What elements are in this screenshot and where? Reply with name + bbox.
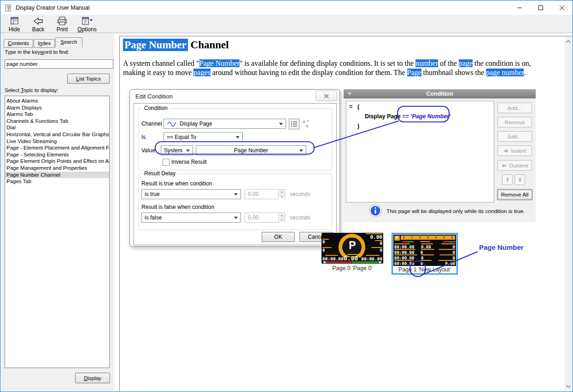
status-bar	[443, 241, 455, 242]
topic-item[interactable]: Pages Tab	[5, 178, 109, 185]
result-true-seconds-spinner[interactable]: 0.00	[245, 189, 285, 199]
topic-item[interactable]: Live Video Streaming	[5, 138, 109, 145]
info-icon	[369, 204, 382, 219]
is-label: Is	[141, 132, 146, 142]
close-button[interactable]	[551, 0, 573, 15]
result-false-dropdown[interactable]: is false	[141, 213, 241, 223]
condition-panel-title: Condition	[426, 91, 453, 97]
outdent-button[interactable]: Outdent	[497, 160, 532, 171]
indent-arrow-icon	[503, 149, 509, 153]
tab-contents[interactable]: Contents	[4, 39, 33, 48]
is-dropdown[interactable]: == Equal To	[164, 132, 243, 142]
chevron-down-icon	[234, 193, 238, 196]
page0-image: 0.00 0 0 0 0 PAGE P 00:00.00	[322, 233, 383, 264]
move-down-button[interactable]	[515, 174, 525, 185]
remove-button[interactable]: Remove	[497, 117, 532, 127]
options-button[interactable]: Options	[75, 15, 99, 33]
condition-panel-header[interactable]: Condition	[344, 89, 536, 98]
up-arrow-icon	[505, 177, 510, 182]
channel-dropdown[interactable]: Display Page	[164, 119, 286, 129]
seconds-label: seconds	[290, 213, 310, 223]
print-icon	[57, 16, 68, 26]
vertical-scrollbar[interactable]	[565, 36, 572, 391]
result-true-seconds: 0.00	[248, 190, 258, 199]
dialog-close-icon	[324, 94, 329, 98]
topic-item[interactable]: Alarm Displays	[5, 104, 109, 111]
chevron-down-icon	[186, 150, 190, 152]
hide-button[interactable]: Hide	[3, 15, 25, 33]
sidebar: Contents Index Search Type in the keywor…	[1, 34, 114, 391]
value-channel-dropdown[interactable]: Page Number	[196, 145, 306, 156]
spinner-buttons[interactable]	[278, 213, 285, 222]
topic-item[interactable]: Page Management and Properties	[5, 165, 109, 172]
print-button[interactable]: Print	[51, 15, 73, 33]
remove-all-button[interactable]: Remove All	[497, 189, 532, 200]
condition-expression-box[interactable]: = ( Display Page == 'Page Number' )	[346, 101, 494, 202]
topic-item[interactable]: Page - Element Placement and Alignment F…	[5, 144, 109, 151]
result-true-dropdown[interactable]: is true	[141, 189, 241, 199]
result-delay-group-label: Result Delay	[142, 170, 177, 177]
timer-value: 00:00.00	[322, 256, 344, 261]
scroll-down-button[interactable]	[565, 382, 572, 390]
list-topics-button[interactable]: List Topics	[67, 74, 110, 84]
print-label: Print	[57, 26, 68, 33]
gauge-page-label: PAGE	[322, 236, 383, 238]
topic-item[interactable]: Channels & Functions Tab	[5, 118, 109, 125]
result-false-seconds: 0.00	[248, 213, 258, 222]
back-button[interactable]: Back	[27, 15, 49, 33]
tab-search[interactable]: Search	[55, 37, 82, 47]
window-title: Display Creator User Manual	[16, 5, 89, 11]
topic-item[interactable]: Dial	[5, 124, 109, 131]
info-text: This page will be displayed only while i…	[386, 208, 525, 214]
spinner-buttons[interactable]	[278, 190, 285, 199]
options-label: Options	[77, 26, 96, 33]
toolbar: Hide Back Print	[0, 15, 573, 33]
spin-down-icon	[281, 196, 283, 198]
dialog-close-button[interactable]	[316, 91, 337, 101]
edit-condition-dialog: Edit Condition Condition Channel	[129, 89, 340, 247]
channel-list-button[interactable]	[289, 119, 299, 129]
edit-button[interactable]: Edit...	[497, 131, 532, 142]
chevron-down-icon	[279, 123, 283, 125]
result-false-seconds-spinner[interactable]: 0.00	[245, 213, 285, 223]
topic-item[interactable]: Horizontal, Vertical and Circular Bar Gr…	[5, 131, 109, 138]
minimize-button[interactable]	[509, 0, 530, 15]
add-button[interactable]: Add...	[497, 103, 532, 113]
topic-item[interactable]: About Alarms	[5, 98, 109, 104]
topic-item[interactable]: Page Element Origin Points and Effect on…	[5, 158, 109, 165]
help-content: Page Number Channel A system channel cal…	[120, 36, 565, 391]
select-topic-label: Select Topic to display:	[5, 87, 58, 93]
down-arrow-icon	[518, 177, 522, 182]
page1-image: P 0123456 00:00.00 0.00 0 0	[393, 235, 456, 266]
move-up-button[interactable]	[502, 174, 513, 185]
page0-thumbnail[interactable]: 0.00 0 0 0 0 PAGE P 00:00.00	[322, 233, 383, 271]
timer-value: 0.00	[344, 255, 358, 262]
channel-value: Display Page	[180, 119, 212, 128]
expression-eq: =	[349, 104, 352, 110]
page-title: Page Number Channel	[123, 39, 229, 51]
back-label: Back	[32, 26, 45, 33]
tab-index[interactable]: Index	[34, 39, 55, 48]
maximize-button[interactable]	[530, 0, 551, 15]
display-button[interactable]: Display	[75, 373, 110, 383]
ok-button[interactable]: OK	[262, 232, 295, 242]
condition-group-label: Condition	[142, 105, 170, 111]
rpm-scale: 0123456	[401, 236, 455, 240]
function-sparkle-icon[interactable]	[302, 120, 311, 130]
outdent-arrow-icon	[501, 163, 507, 168]
keyword-input[interactable]	[5, 59, 113, 69]
page1-thumbnail-selected[interactable]: P 0123456 00:00.00 0.00 0 0	[392, 233, 458, 275]
page1-logo: P	[394, 236, 400, 241]
indent-button[interactable]: Indent	[497, 145, 532, 156]
topic-item[interactable]: Alarms Tab	[5, 111, 109, 118]
result-true-label: Result is true when condition	[141, 179, 212, 189]
scroll-up-button[interactable]	[565, 37, 572, 45]
app-window: ? Display Creator User Manual	[0, 0, 573, 392]
topic-item-selected[interactable]: Page Number Channel	[5, 172, 109, 179]
inverse-result-checkbox[interactable]	[163, 159, 170, 166]
topic-item[interactable]: Page - Selecting Elements	[5, 151, 109, 158]
options-icon	[81, 16, 94, 26]
value-source-dropdown[interactable]: System	[161, 145, 193, 156]
chevron-down-icon	[299, 150, 303, 152]
page1-caption: Page 1 'New Layout'	[393, 266, 456, 273]
